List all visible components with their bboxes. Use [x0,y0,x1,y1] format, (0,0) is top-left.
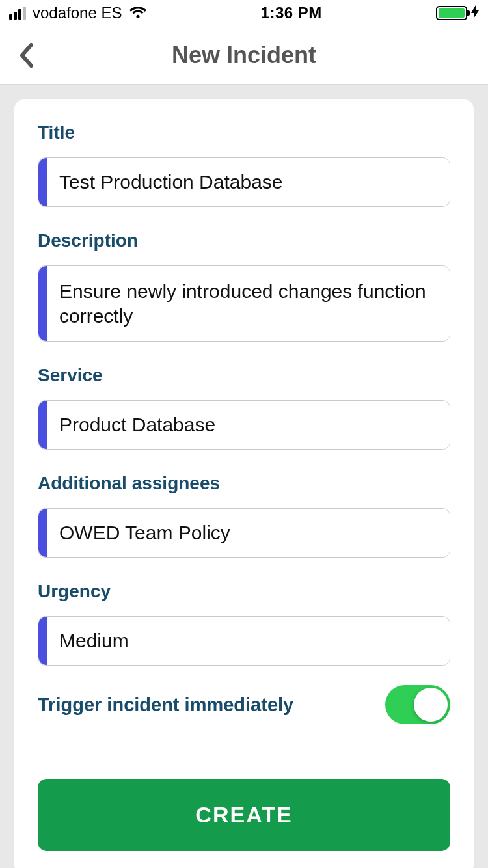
status-left: vodafone ES [9,4,146,22]
title-input-wrap[interactable] [38,157,450,207]
service-select[interactable] [38,400,450,450]
signal-icon [9,7,26,20]
input-accent [38,158,47,206]
content: Title Description Service Additional ass… [0,85,488,868]
form-card: Title Description Service Additional ass… [14,99,474,868]
assignees-label: Additional assignees [38,473,450,494]
title-label: Title [38,122,450,143]
toggle-knob [414,688,448,722]
trigger-label: Trigger incident immediately [38,694,293,716]
carrier-label: vodafone ES [33,4,122,22]
battery-icon [436,6,467,20]
create-button[interactable]: CREATE [38,779,450,851]
status-right [436,5,479,21]
status-time: 1:36 PM [146,4,436,22]
trigger-toggle[interactable] [385,685,450,724]
description-input-wrap[interactable] [38,265,450,342]
title-input[interactable] [47,158,450,206]
assignees-value[interactable] [47,509,450,557]
urgency-label: Urgency [38,581,450,602]
page-title: New Incident [0,42,488,69]
assignees-select[interactable] [38,508,450,558]
description-input[interactable] [47,266,450,341]
nav-header: New Incident [0,26,488,85]
wifi-icon [129,4,146,22]
urgency-select[interactable] [38,616,450,666]
chevron-left-icon [18,42,34,68]
input-accent [38,509,47,557]
status-bar: vodafone ES 1:36 PM [0,0,488,26]
charging-icon [471,5,479,21]
trigger-row: Trigger incident immediately [38,685,450,724]
description-label: Description [38,230,450,251]
urgency-value[interactable] [47,617,450,665]
input-accent [38,617,47,665]
input-accent [38,401,47,449]
service-value[interactable] [47,401,450,449]
back-button[interactable] [13,42,39,68]
service-label: Service [38,365,450,386]
input-accent [38,266,47,341]
